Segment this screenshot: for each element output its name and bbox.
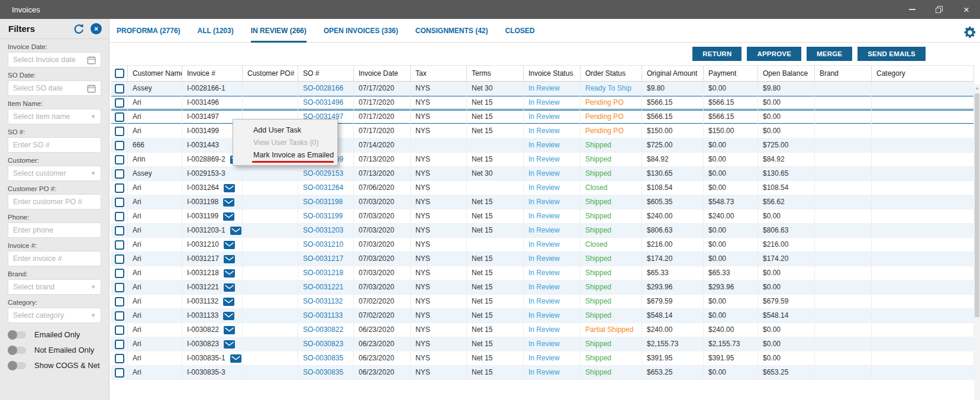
table-row[interactable]: AriI-0031210SO-003121007/03/2020NYSIn Re… [111,238,974,252]
cell-open-balance: $108.54 [758,181,815,195]
table-row[interactable]: AriI-0030835-1SO-003083506/23/2020NYSNet… [111,351,974,366]
return-button[interactable]: RETURN [692,47,742,61]
cell-customer-name: Ari [128,309,182,322]
table-row[interactable]: AriI-0031203-1SO-003120307/03/2020NYSNet… [111,224,974,238]
row-checkbox[interactable] [115,141,124,150]
table-row[interactable]: AsseyI-0029153-3SO-002915307/13/2020NYSN… [111,167,974,181]
phone-input[interactable]: Enter phone [8,222,101,238]
table-row[interactable]: AriI-0031218SO-003121807/03/2020NYSNet 1… [111,266,974,280]
cell-invoice-status: In Review [524,366,581,379]
so-link[interactable]: SO-0031496 [303,98,343,107]
tab-all-1203[interactable]: ALL (1203) [198,19,234,43]
category-input[interactable]: Select category▼ [8,308,101,323]
row-checkbox[interactable] [115,368,124,378]
table-row[interactable]: AsseyI-0028166-1SO-002816607/17/2020NYSN… [111,82,974,96]
row-checkbox[interactable] [115,325,124,335]
toggle-not-emailed-only[interactable] [8,347,26,354]
row-checkbox[interactable] [115,254,124,264]
row-checkbox[interactable] [115,155,124,164]
row-checkbox[interactable] [115,269,124,278]
customer-input[interactable]: Select customer▼ [8,166,101,181]
table-row[interactable]: AriI-0031132SO-003113207/02/2020NYSNet 1… [111,295,974,309]
table-row[interactable]: AriI-0031133SO-003113307/02/2020NYSNet 1… [111,309,974,323]
so-link[interactable]: SO-0030822 [303,325,343,334]
table-row[interactable]: AriI-0031199SO-003119907/03/2020NYSNet 1… [111,209,974,224]
so-link[interactable]: SO-0031221 [303,283,343,291]
tab-open-invoices-336[interactable]: OPEN INVOICES (336) [324,19,398,43]
so-date-input[interactable]: Select SO date [8,80,101,96]
row-checkbox[interactable] [115,311,124,321]
tab-proforma-2776[interactable]: PROFORMA (2776) [117,19,180,43]
so-input[interactable]: Enter SO # [8,137,101,153]
table-row[interactable]: AriI-0031198SO-003119807/03/2020NYSNet 1… [111,195,974,209]
approve-button[interactable]: APPROVE [747,47,801,61]
table-row[interactable]: AriI-0031217SO-003121707/03/2020NYSNet 1… [111,252,974,266]
scrollbar-thumb[interactable] [975,93,979,317]
row-checkbox[interactable] [115,226,124,236]
select-all-checkbox[interactable] [115,69,124,78]
so-link[interactable]: SO-0031264 [303,183,343,192]
so-link[interactable]: SO-0029153 [303,169,343,178]
row-checkbox[interactable] [115,340,124,349]
row-checkbox[interactable] [115,240,124,250]
restore-button[interactable] [926,0,953,19]
invoice-date-input[interactable]: Select Invoice date [8,52,101,67]
so-link[interactable]: SO-0031210 [303,240,343,249]
toggle-show-cogs-net[interactable] [8,362,26,369]
so-link[interactable]: SO-0031133 [303,311,343,320]
row-checkbox[interactable] [115,112,124,122]
close-button[interactable]: × [953,0,980,19]
so-link[interactable]: SO-0028166 [303,84,343,92]
row-checkbox[interactable] [115,212,124,221]
table-row[interactable]: AriI-0030822SO-003082206/23/2020NYSNet 1… [111,323,974,337]
table-row[interactable]: AriI-0030835-3SO-003083506/23/2020NYSNet… [111,366,974,380]
cell-invoice-number: I-0031198 [182,195,243,209]
tab-closed[interactable]: CLOSED [505,19,534,43]
row-checkbox[interactable] [115,98,124,108]
settings-button[interactable] [964,27,976,41]
so-link[interactable]: SO-0031199 [303,212,343,220]
row-checkbox[interactable] [115,283,124,292]
row-checkbox[interactable] [115,127,124,136]
invoices-table: Customer NameInvoice #Customer PO#SO #In… [111,65,974,400]
so-link[interactable]: SO-0031198 [303,198,343,206]
row-checkbox[interactable] [115,198,124,207]
cell-customer-name: Ari [128,295,182,308]
vertical-scrollbar[interactable]: ▲ [974,84,980,400]
so-link[interactable]: SO-0031218 [303,269,343,277]
send-emails-button[interactable]: SEND EMAILS [858,47,926,61]
row-checkbox[interactable] [115,354,124,363]
tab-in-review-266[interactable]: IN REVIEW (266) [251,19,307,43]
cell-open-balance: $653.25 [758,366,815,379]
menu-item-mark-invoice-as-emailed[interactable]: Mark Invoice as Emailed [234,149,336,162]
item-name-input[interactable]: Select item name▼ [8,109,101,124]
clear-filters-button[interactable]: × [91,23,102,34]
row-checkbox[interactable] [115,183,124,193]
placeholder-text: Select customer [13,169,91,178]
envelope-icon [223,198,234,207]
brand-input[interactable]: Select brand▼ [8,279,101,295]
table-row[interactable]: AriI-0030823SO-003082306/23/2020NYSNet 1… [111,337,974,351]
toggle-emailed-only[interactable] [8,331,26,338]
so-link[interactable]: SO-0031132 [303,297,343,305]
minimize-button[interactable] [898,0,926,19]
table-row[interactable]: AriI-0031496SO-003149607/17/2020NYSNet 1… [111,96,974,110]
row-checkbox[interactable] [115,169,124,179]
row-checkbox[interactable] [115,84,124,93]
so-link[interactable]: SO-0030823 [303,340,343,348]
menu-item-add-user-task[interactable]: Add User Task [234,124,336,137]
so-link[interactable]: SO-0030835 [303,354,343,362]
customer-po-input[interactable]: Enter customer PO # [8,194,101,209]
table-row[interactable]: AriI-0031264SO-003126407/06/2020NYSIn Re… [111,181,974,195]
so-link[interactable]: SO-0031217 [303,254,343,263]
so-link[interactable]: SO-0030835 [303,368,343,376]
row-checkbox[interactable] [115,297,124,307]
table-row[interactable]: AriI-0031221SO-003122107/03/2020NYSNet 1… [111,280,974,295]
emailed-indicator [224,241,235,249]
invoice-input[interactable]: Enter invoice # [8,251,101,266]
merge-button[interactable]: MERGE [807,47,852,61]
so-link[interactable]: SO-0031203 [303,226,343,234]
tab-consignments-42[interactable]: CONSIGNMENTS (42) [415,19,488,43]
refresh-filters-button[interactable] [73,23,85,35]
envelope-icon [224,326,235,334]
